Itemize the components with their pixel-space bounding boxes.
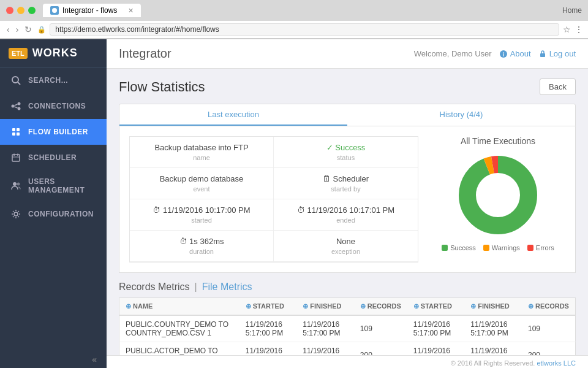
minimize-dot[interactable]: [17, 7, 24, 14]
stat-status-value: ✓ Success: [284, 143, 408, 152]
tab-favicon: [50, 6, 59, 15]
stat-name: Backup database into FTP name: [130, 137, 274, 168]
stat-started-label: started: [140, 217, 263, 224]
col-started-2: ⊕STARTED: [407, 298, 464, 316]
legend-warnings-dot: [483, 245, 489, 251]
stats-left: Backup database into FTP name ✓ Success …: [129, 136, 418, 263]
cell-started1: 11/19/2016 5:17:00 PM: [239, 315, 296, 342]
sidebar-item-scheduler[interactable]: SCHEDULER: [0, 145, 107, 171]
sidebar: ETL WORKS SEARCH... CONNECTIONS FLOW BUI…: [0, 39, 107, 368]
about-button[interactable]: i About: [499, 49, 531, 58]
svg-point-4: [18, 102, 21, 105]
col-started-1: ⊕STARTED: [239, 298, 296, 316]
stat-duration: ⏱ 1s 362ms duration: [130, 231, 274, 262]
file-metrics-link[interactable]: File Metrics: [202, 282, 252, 293]
stat-started-value: ⏱ 11/19/2016 10:17:00 PM: [140, 205, 263, 215]
col-records-1: ⊕RECORDS: [354, 298, 407, 316]
stat-exception-value: None: [284, 237, 408, 246]
reload-btn[interactable]: ↻: [23, 25, 34, 34]
footer-text: © 2016 All Rights Reserved.: [451, 359, 535, 367]
home-label: Home: [562, 6, 582, 15]
stat-event-value: Backup demo database: [140, 174, 263, 183]
stat-ended-label: ended: [284, 217, 408, 224]
svg-rect-21: [540, 53, 545, 57]
stat-status: ✓ Success status: [274, 137, 418, 168]
stat-ended: ⏱ 11/19/2016 10:17:01 PM ended: [274, 199, 418, 231]
sidebar-item-connections[interactable]: CONNECTIONS: [0, 93, 107, 119]
forward-nav-btn[interactable]: ›: [14, 25, 21, 34]
svg-rect-12: [12, 155, 20, 161]
collapse-sidebar-btn[interactable]: «: [92, 355, 97, 364]
sidebar-item-connections-label: CONNECTIONS: [28, 102, 86, 110]
svg-point-5: [18, 107, 21, 110]
tab-last-execution[interactable]: Last execution: [119, 104, 347, 126]
chart-area: All Time Executions Succ: [431, 136, 565, 263]
svg-point-16: [13, 182, 17, 186]
extensions-icon[interactable]: ⋮: [575, 25, 583, 34]
maximize-dot[interactable]: [28, 7, 36, 14]
cell-records2: 109: [522, 315, 576, 342]
footer-link[interactable]: etlworks LLC: [537, 359, 576, 367]
metrics-divider: |: [195, 282, 197, 293]
stat-exception-label: exception: [284, 248, 408, 255]
stat-event: Backup demo database event: [130, 168, 274, 199]
stat-duration-label: duration: [140, 248, 263, 255]
bookmark-icon[interactable]: ☆: [563, 25, 571, 34]
info-icon: i: [499, 50, 508, 58]
top-header: Integrator Welcome, Demo User i About Lo…: [107, 39, 588, 69]
cell-name: PUBLIC.COUNTRY_DEMO TO COUNTRY_DEMO.CSV …: [119, 315, 239, 342]
stat-started-by-label: started by: [284, 185, 408, 193]
cell-started2: 11/19/2016 5:17:00 PM: [407, 342, 464, 356]
table-row: PUBLIC.COUNTRY_DEMO TO COUNTRY_DEMO.CSV …: [119, 315, 576, 342]
tab-title: Integrator - flows: [62, 6, 117, 15]
sidebar-item-flow-builder[interactable]: FLOW BUILDER: [0, 119, 107, 145]
svg-point-3: [12, 105, 15, 108]
logo-works: WORKS: [32, 47, 78, 59]
svg-rect-11: [17, 132, 20, 136]
cell-started2: 11/19/2016 5:17:00 PM: [407, 315, 464, 342]
sidebar-footer: «: [0, 348, 107, 368]
back-nav-btn[interactable]: ‹: [5, 25, 12, 34]
users-icon: [10, 180, 22, 192]
logo-area: ETL WORKS: [0, 39, 107, 67]
stat-exception: None exception: [274, 231, 418, 262]
sidebar-item-users-management[interactable]: USERS MANAGEMENT: [0, 171, 107, 201]
page-title: Flow Statistics: [119, 79, 205, 95]
svg-rect-10: [12, 132, 15, 136]
table-row: PUBLIC.ACTOR_DEMO TO ACTOR_DEMO.CSV 3 11…: [119, 342, 576, 356]
col-finished-2: ⊕FINISHED: [464, 298, 522, 316]
browser-tab[interactable]: Integrator - flows ✕: [43, 4, 141, 17]
close-dot[interactable]: [6, 7, 13, 14]
url-bar[interactable]: [50, 23, 559, 36]
content-area: Flow Statistics Back Last execution Hist…: [107, 69, 588, 355]
page-header: Flow Statistics Back: [119, 79, 576, 95]
svg-line-2: [18, 82, 20, 85]
tab-close-btn[interactable]: ✕: [128, 7, 134, 15]
back-button[interactable]: Back: [540, 79, 576, 95]
col-name: ⊕NAME: [119, 298, 239, 316]
col-records-2: ⊕RECORDS: [522, 298, 576, 316]
header-right: Welcome, Demo User i About Log out: [414, 49, 576, 58]
cell-finished1: 11/19/2016 5:17:00 PM: [296, 315, 354, 342]
gear-icon: [10, 208, 22, 220]
sidebar-item-flow-builder-label: FLOW BUILDER: [28, 128, 88, 136]
sidebar-item-scheduler-label: SCHEDULER: [28, 153, 77, 162]
app-title: Integrator: [119, 47, 414, 61]
legend-errors: Errors: [527, 244, 554, 251]
svg-point-18: [14, 212, 18, 216]
sidebar-item-configuration-label: CONFIGURATION: [28, 210, 94, 218]
lock-icon: [538, 50, 547, 58]
svg-rect-8: [12, 128, 15, 131]
donut-chart: [455, 152, 541, 238]
records-table: ⊕NAME ⊕STARTED ⊕FINISHED ⊕RECORDS ⊕START…: [119, 297, 576, 355]
tabs-bar: Last execution History (4/4): [119, 104, 576, 126]
stat-name-value: Backup database into FTP: [140, 143, 263, 152]
cell-started1: 11/19/2016 5:17:00 PM: [239, 342, 296, 356]
tab-history[interactable]: History (4/4): [347, 104, 575, 126]
sidebar-item-search[interactable]: SEARCH...: [0, 67, 107, 93]
logo-box: ETL: [9, 48, 28, 59]
logout-button[interactable]: Log out: [538, 49, 576, 58]
sidebar-item-configuration[interactable]: CONFIGURATION: [0, 201, 107, 227]
main-content: Integrator Welcome, Demo User i About Lo…: [107, 39, 588, 368]
connections-icon: [10, 100, 22, 112]
